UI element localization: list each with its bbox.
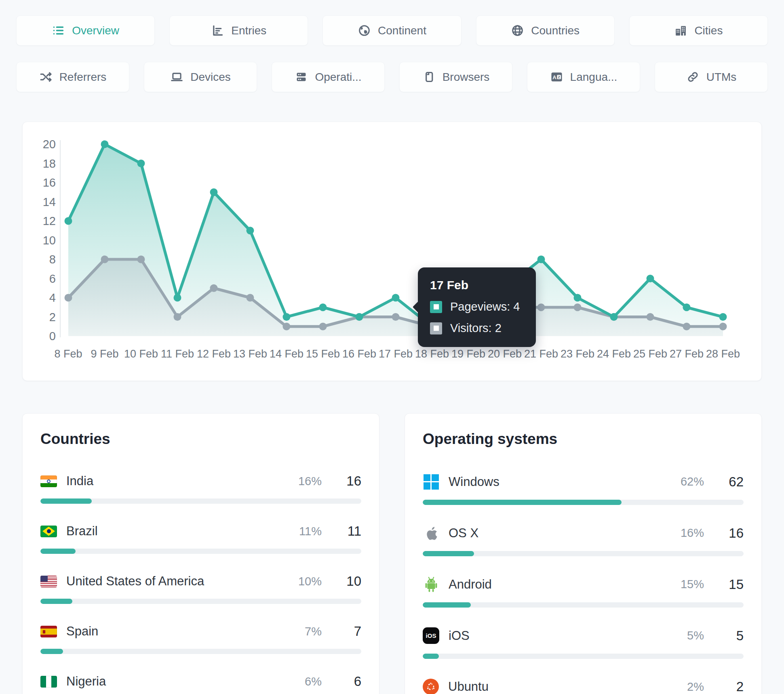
tab-overview[interactable]: Overview [16,15,155,46]
tab-countries[interactable]: Countries [476,15,615,46]
tab-cities[interactable]: Cities [629,15,768,46]
tab-label: Devices [190,71,231,84]
tab-utms[interactable]: UTMs [655,62,768,92]
tab-label: Countries [531,24,580,37]
tab-label: Overview [72,24,119,37]
tab-label: Cities [694,24,723,37]
tab-devices[interactable]: Devices [144,62,257,92]
progress-track [40,498,361,504]
buildings-icon [674,24,687,37]
tab-referrers[interactable]: Referrers [16,62,129,92]
shuffle-icon [39,70,53,84]
country-percent: 7% [305,625,322,638]
os-row-ios[interactable]: iOS iOS 5% 5 [423,627,744,659]
progress-fill [423,551,474,556]
os-row-windows[interactable]: Windows 62% 62 [423,473,744,505]
svg-text:9 Feb: 9 Feb [91,348,118,360]
tooltip-pageviews-text: Pageviews: 4 [450,300,520,313]
country-value: 11 [336,524,361,539]
progress-track [40,599,361,604]
os-row-ubuntu[interactable]: Ubuntu 2% 2 [423,679,744,694]
tab-operating-systems[interactable]: Operati... [272,62,385,92]
os-row-android[interactable]: Android 15% 15 [423,576,744,608]
os-value: 15 [719,577,744,592]
tabrow-secondary: Referrers Devices Operati... Browsers [16,62,768,92]
breakdown-panels: Countries India 16% 16 Brazil 11% 11 [22,413,762,694]
progress-fill [40,649,63,654]
progress-track [423,551,744,556]
visitors-swatch-icon [430,322,442,334]
svg-text:21 Feb: 21 Feb [524,348,558,360]
country-row-india[interactable]: India 16% 16 [40,473,361,504]
progress-track [423,500,744,505]
android-icon [423,576,439,593]
tab-entries[interactable]: Entries [169,15,308,46]
svg-text:Z: Z [558,75,560,79]
svg-text:18: 18 [43,157,56,170]
countries-panel-title: Countries [40,431,361,448]
progress-fill [423,654,439,659]
os-value: 16 [719,526,744,541]
tab-languages[interactable]: A Z Langua... [527,62,640,92]
svg-text:2: 2 [49,311,56,324]
os-percent: 62% [681,475,704,488]
nigeria-flag-icon [40,676,57,688]
progress-track [423,654,744,659]
svg-text:16 Feb: 16 Feb [342,348,376,360]
svg-text:25 Feb: 25 Feb [633,348,667,360]
svg-text:8: 8 [49,253,56,266]
country-percent: 11% [299,525,322,538]
country-percent: 16% [298,475,322,488]
country-row-usa[interactable]: United States of America 10% 10 [40,574,361,604]
progress-track [40,549,361,554]
tooltip-row-pageviews: Pageviews: 4 [430,300,524,313]
country-percent: 6% [305,675,322,688]
server-icon [295,70,308,84]
country-label: United States of America [66,574,298,589]
os-row-osx[interactable]: OS X 16% 16 [423,525,744,556]
tab-continent[interactable]: Continent [322,15,461,46]
country-row-nigeria[interactable]: Nigeria 6% 6 [40,674,361,694]
svg-text:4: 4 [49,291,56,304]
os-percent: 5% [687,629,704,642]
svg-text:0: 0 [49,330,56,343]
os-label: OS X [449,526,681,540]
country-label: Brazil [66,524,299,538]
os-label: iOS [449,629,687,643]
countries-panel: Countries India 16% 16 Brazil 11% 11 [22,413,379,694]
tab-browsers[interactable]: Browsers [399,62,512,92]
country-label: Spain [66,624,305,639]
svg-text:A: A [552,74,556,80]
pageviews-swatch-icon [430,301,442,313]
brazil-flag-icon [40,526,57,537]
country-row-brazil[interactable]: Brazil 11% 11 [40,524,361,554]
svg-text:24 Feb: 24 Feb [597,348,631,360]
svg-text:19 Feb: 19 Feb [451,348,485,360]
language-icon: A Z [550,70,563,84]
ios-icon: iOS [423,627,439,644]
tab-label: Browsers [443,71,490,84]
os-label: Ubuntu [448,679,687,694]
os-value: 62 [719,474,744,490]
svg-text:12: 12 [43,215,56,227]
traffic-line-chart[interactable]: 201816141210864208 Feb9 Feb10 Feb11 Feb1… [23,122,761,380]
traffic-chart-card: 201816141210864208 Feb9 Feb10 Feb11 Feb1… [22,122,762,381]
svg-text:10 Feb: 10 Feb [124,348,158,360]
svg-text:23 Feb: 23 Feb [561,348,594,360]
operating-systems-panel-title: Operating systems [423,431,744,448]
country-row-spain[interactable]: Spain 7% 7 [40,624,361,654]
country-value: 16 [336,473,361,489]
os-label: Windows [449,475,681,489]
chart-tooltip: 17 Feb Pageviews: 4 Visitors: 2 [418,267,536,347]
country-label: India [66,474,298,488]
country-value: 10 [336,574,361,589]
globe-icon [511,24,524,37]
svg-text:20 Feb: 20 Feb [488,348,522,360]
os-percent: 15% [681,578,704,591]
tooltip-row-visitors: Visitors: 2 [430,322,524,335]
svg-text:6: 6 [49,272,56,285]
tab-label: Langua... [570,71,618,84]
tab-label: Referrers [59,71,107,84]
apple-icon [424,525,438,541]
country-percent: 10% [298,575,322,588]
